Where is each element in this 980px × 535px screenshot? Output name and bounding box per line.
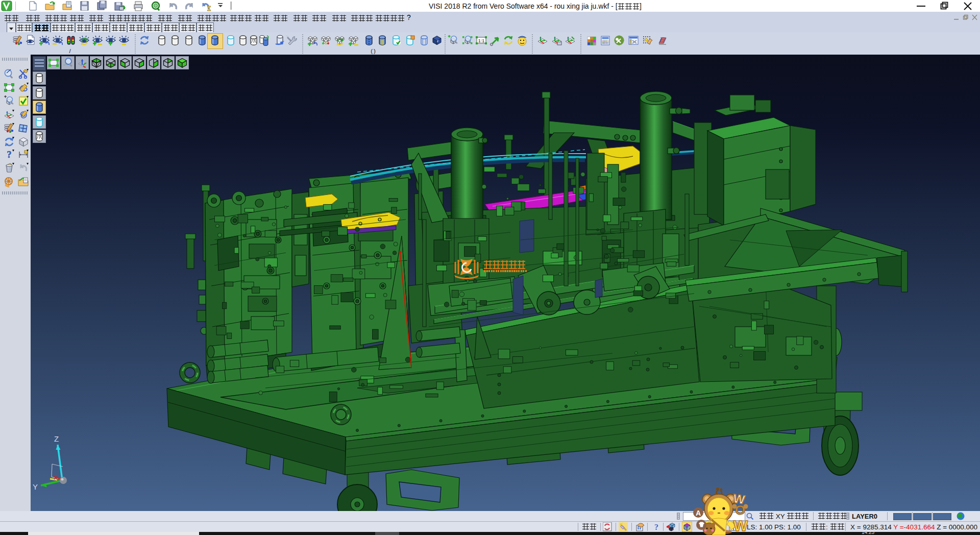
svg-text:?: ? — [654, 523, 658, 531]
svg-text:Y: Y — [33, 482, 38, 490]
svg-text:O: O — [735, 502, 745, 518]
svg-text:Z: Z — [54, 434, 59, 443]
svg-text:W: W — [733, 517, 748, 534]
svg-text:A: A — [696, 509, 701, 517]
